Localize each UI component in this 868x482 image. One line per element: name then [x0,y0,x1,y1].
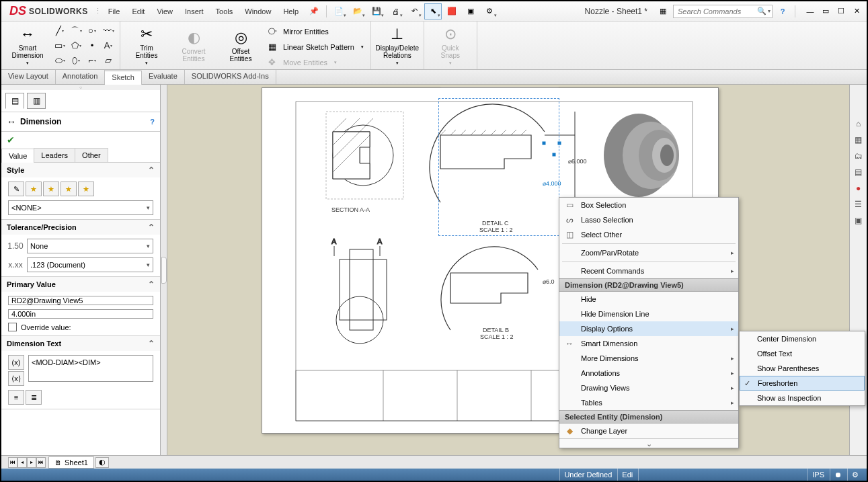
open-doc-button[interactable]: 📂 [349,3,366,19]
save-button[interactable]: 💾 [368,3,385,19]
ctx-more-dimensions[interactable]: More Dimensions [559,351,738,366]
pushpin-icon[interactable]: 📌 [305,3,323,19]
search-commands-box[interactable]: 🔍 ▾ [673,5,773,18]
plane-tool[interactable]: ▱ [101,54,116,67]
select-button[interactable]: ⬉ [424,3,442,19]
maximize-button[interactable]: ☐ [834,5,849,17]
override-value-checkbox[interactable]: Override value: [8,323,153,331]
precision-select[interactable]: .123 (Document) [27,257,153,272]
polygon-tool[interactable]: ⬠ [69,39,83,52]
style-load-favorite[interactable]: ★ [78,182,94,196]
panel-splitter[interactable] [161,85,167,455]
ctx-lasso-selection[interactable]: ᔕLasso Selection [559,212,738,227]
style-apply-default[interactable]: ✎ [8,182,24,196]
rail-forum-icon[interactable]: ▣ [852,214,865,227]
ctx-display-options[interactable]: Display Options [559,321,738,336]
options-button[interactable]: ⚙ [481,3,498,19]
tab-annotation[interactable]: Annotation [56,70,106,84]
circle-tool[interactable]: ○ [85,24,100,38]
ctx-drawing-views[interactable]: Drawing Views [559,380,738,395]
fillet-tool[interactable]: ⌐ [85,54,100,67]
text-tool[interactable]: A [101,39,116,52]
style-save-favorite[interactable]: ★ [61,182,77,196]
minimize-button[interactable]: — [803,5,818,17]
search-dropdown-icon[interactable]: ▾ [768,8,771,14]
ctx-recent-commands[interactable]: Recent Commands [559,264,738,278]
dimension-text-input[interactable]: <MOD-DIAM><DIM> [28,355,153,382]
ctx-hide[interactable]: Hide [559,292,738,307]
restore-button[interactable]: ▭ [818,5,833,17]
dimtext-offset-icon[interactable]: ⟨x⟩ [8,371,24,386]
ctx-expand-icon[interactable] [559,438,738,448]
sub-offset-text[interactable]: Offset Text [740,346,865,361]
menu-edit[interactable]: Edit [126,5,150,17]
dim-d6b[interactable]: ⌀6.0 [543,278,555,285]
rail-home-icon[interactable]: ⌂ [852,117,865,130]
rect-tool[interactable]: ▭ [52,39,67,52]
mirror-entities-button[interactable]: ⧂Mirror Entities [266,24,366,38]
ctx-tables[interactable]: Tables [559,395,738,410]
tolerance-type-select[interactable]: None [27,239,153,253]
rebuild-button[interactable]: 🟥 [443,3,461,19]
primary-value-collapse-icon[interactable]: ⌃ [148,280,155,289]
sheet-last-icon[interactable]: ⏭ [36,457,46,468]
menu-window[interactable]: Window [239,5,276,17]
search-scope-button[interactable]: ▦ [654,3,672,19]
menu-file[interactable]: File [103,5,126,17]
dimension-name-field[interactable]: RD2@Drawing View5 [8,296,153,305]
subtab-leaders[interactable]: Leaders [34,148,75,162]
search-input[interactable] [675,7,756,15]
rail-file-explorer-icon[interactable]: 🗂 [852,149,865,163]
display-delete-relations-button[interactable]: ⊥Display/Delete Relations▾ [375,24,420,68]
style-delete-favorite[interactable]: ★ [43,182,59,196]
status-macro-icon[interactable]: ⏺ [830,469,846,481]
style-select[interactable]: <NONE> [8,200,153,215]
sheet-tab-1[interactable]: 🗎Sheet1 [48,456,94,469]
linear-sketch-pattern-button[interactable]: ▦Linear Sketch Pattern▾ [266,40,366,54]
panel-help-icon[interactable]: ? [150,118,155,126]
style-add-favorite[interactable]: ★ [26,182,42,196]
undo-button[interactable]: ↶ [405,3,423,19]
tab-solidworks-addins[interactable]: SOLIDWORKS Add-Ins [185,70,276,84]
dimension-value-field[interactable]: 4.000in [8,309,153,319]
rail-appearances-icon[interactable]: ● [852,182,865,195]
subtab-other[interactable]: Other [75,148,108,162]
sheet-first-icon[interactable]: ⏮ [8,457,17,468]
slot-tool[interactable]: ⬭ [52,54,67,67]
feature-manager-tab[interactable]: ▤ [5,93,24,109]
line-tool[interactable]: ╱ [52,24,67,38]
tolerance-collapse-icon[interactable]: ⌃ [148,223,155,232]
ctx-zoom-pan-rotate[interactable]: Zoom/Pan/Rotate [559,245,738,260]
dimtext-justify-center[interactable]: ≣ [26,390,42,405]
sheet-prev-icon[interactable]: ◂ [17,457,27,468]
tab-sketch[interactable]: Sketch [105,71,142,85]
menu-view[interactable]: View [151,5,178,17]
rail-custom-props-icon[interactable]: ☰ [852,198,865,211]
dimtext-center-icon[interactable]: (x) [8,355,24,370]
dimension-text-collapse-icon[interactable]: ⌃ [148,339,155,348]
rail-design-library-icon[interactable]: ▦ [852,133,865,147]
ctx-box-selection[interactable]: ▭Box Selection [559,198,738,212]
arc-tool[interactable]: ⌒ [69,24,83,38]
menu-resize-grip[interactable]: ⋮ [95,5,102,18]
dimtext-justify-left[interactable]: ≡ [8,390,24,405]
menu-tools[interactable]: Tools [210,5,239,17]
sub-show-parentheses[interactable]: Show Parentheses [740,361,865,376]
ellipse-tool[interactable]: ⬯ [69,54,83,67]
point-tool[interactable]: • [85,39,100,52]
dim-d6[interactable]: ⌀6.000 [568,158,587,165]
print-button[interactable]: 🖨 [387,3,404,19]
sheet-next-icon[interactable]: ▸ [27,457,36,468]
tab-view-layout[interactable]: View Layout [1,70,56,84]
ctx-select-other[interactable]: ◫Select Other [559,227,738,242]
drawing-canvas[interactable]: 🔍 🔎 ↶ ◐ ▦▾ 👁▾ [167,85,849,455]
ctx-annotations[interactable]: Annotations [559,366,738,380]
panel-drag-handle[interactable] [1,85,160,90]
smart-dimension-button[interactable]: ↔ Smart Dimension ▾ [5,24,50,68]
sub-foreshorten[interactable]: ✓Foreshorten [740,376,865,391]
offset-entities-button[interactable]: ◎Offset Entities [219,24,263,68]
rail-view-palette-icon[interactable]: ▤ [852,165,865,179]
status-units[interactable]: IPS [807,469,828,481]
ctx-change-layer[interactable]: ◆Change Layer [559,424,738,438]
style-collapse-icon[interactable]: ⌃ [148,165,155,175]
